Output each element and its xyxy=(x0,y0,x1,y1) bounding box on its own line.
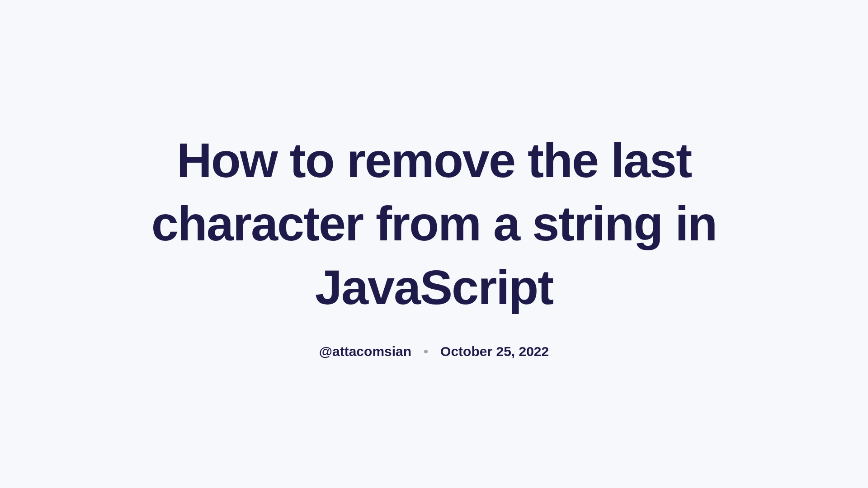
article-author: @attacomsian xyxy=(319,344,411,359)
article-date: October 25, 2022 xyxy=(440,344,549,359)
article-title: How to remove the last character from a … xyxy=(136,129,732,319)
article-meta: @attacomsian October 25, 2022 xyxy=(136,344,732,359)
separator-dot xyxy=(424,350,428,353)
article-header: How to remove the last character from a … xyxy=(118,129,750,359)
